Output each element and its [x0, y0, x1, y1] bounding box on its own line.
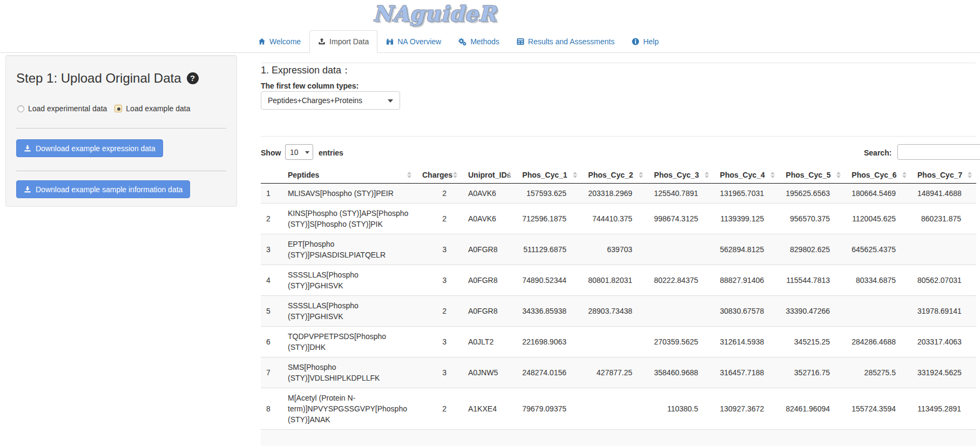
radio-checked-icon[interactable] — [114, 105, 122, 112]
sort-icon[interactable] — [639, 172, 643, 178]
sort-icon[interactable] — [453, 172, 457, 178]
column-types-selected-value: Peptides+Charges+Proteins — [268, 96, 362, 105]
value-cell: 331924.5625 — [911, 357, 976, 388]
value-cell: 110380.5 — [647, 388, 713, 430]
value-cell: 829802.625 — [779, 234, 845, 265]
sort-icon[interactable] — [968, 172, 972, 178]
charges-cell: 2 — [416, 296, 462, 327]
table-row: 5SSSSLLAS[Phospho (STY)]PGHISVK2A0FGR834… — [261, 296, 976, 327]
search-label: Search: — [864, 148, 891, 157]
radio-load-experimental-data[interactable]: Load experimental data — [17, 104, 107, 113]
value-cell: 82461.96094 — [779, 388, 845, 430]
sort-icon[interactable] — [573, 172, 577, 178]
table-row-partial — [261, 430, 976, 446]
peptide-cell: TQDPVPPETPSDS[Phospho (STY)]DHK — [281, 327, 416, 357]
nav-tab-methods[interactable]: Methods — [450, 30, 508, 53]
download-sample-information-button[interactable]: Download example sample information data — [16, 180, 190, 198]
value-cell: 312614.5938 — [713, 327, 779, 357]
value-cell: 131965.7031 — [713, 184, 779, 204]
row-number-cell: 6 — [261, 327, 281, 357]
download-icon — [24, 145, 31, 152]
nav-tab-na-overview[interactable]: NA Overview — [377, 30, 450, 53]
question-circle-icon[interactable] — [187, 72, 199, 84]
sort-icon[interactable] — [507, 172, 511, 178]
column-types-select[interactable]: Peptides+Charges+Proteins — [261, 91, 400, 110]
nav-tab-results-assessments[interactable]: Results and Assessments — [508, 30, 623, 53]
value-cell: 1120045.625 — [845, 204, 911, 234]
column-header-Phos_Cyc_7[interactable]: Phos_Cyc_7 — [911, 167, 976, 184]
uniprot-cell: A0FGR8 — [462, 296, 516, 327]
row-number-cell: 8 — [261, 388, 281, 430]
download-expression-data-button[interactable]: Download example expression data — [16, 139, 163, 157]
column-header-label: Peptides — [288, 171, 319, 179]
nav-tab-import-data[interactable]: Import Data — [309, 30, 377, 53]
entries-per-page-select[interactable]: 10 — [285, 144, 313, 160]
value-cell: 345215.25 — [779, 327, 845, 357]
charges-cell: 2 — [416, 184, 462, 204]
value-cell — [911, 234, 976, 265]
show-entries-label: Show — [261, 148, 281, 157]
value-cell: 352716.75 — [779, 357, 845, 388]
peptide-cell: SMS[Phospho (STY)]VDLSHIPLKDPLLFK — [281, 357, 416, 388]
radio-load-example-data[interactable]: Load example data — [114, 104, 190, 113]
column-header-Phos_Cyc_5[interactable]: Phos_Cyc_5 — [779, 167, 845, 184]
uniprot-cell: A0AVK6 — [462, 204, 516, 234]
entries-selected-value: 10 — [290, 148, 299, 157]
value-cell: 203318.2969 — [582, 184, 647, 204]
sort-icon[interactable] — [836, 172, 841, 178]
sort-icon[interactable] — [771, 172, 775, 178]
value-cell: 285275.5 — [845, 357, 911, 388]
column-header-label: Phos_Cyc_5 — [786, 171, 830, 179]
sort-icon[interactable] — [902, 172, 907, 178]
nav-tab-label: Results and Assessments — [528, 36, 614, 47]
row-number-cell: 1 — [261, 184, 281, 204]
sidebar-panel: Step 1: Upload Original Data Load experi… — [5, 55, 237, 207]
value-cell: 358460.9688 — [647, 357, 713, 388]
nav-tab-help[interactable]: Help — [623, 30, 667, 53]
value-cell — [845, 296, 911, 327]
value-cell: 998674.3125 — [647, 204, 713, 234]
column-header-Uniprot_IDs[interactable]: Uniprot_IDs — [462, 167, 516, 184]
column-header-Charges[interactable]: Charges — [416, 167, 462, 184]
value-cell: 860231.875 — [911, 204, 976, 234]
column-header-Phos_Cyc_3[interactable]: Phos_Cyc_3 — [647, 167, 713, 184]
sort-icon[interactable] — [407, 172, 411, 178]
cogs-icon — [458, 38, 467, 46]
value-cell: 88827.91406 — [713, 265, 779, 296]
value-cell: 562894.8125 — [713, 234, 779, 265]
nav-tab-welcome[interactable]: Welcome — [249, 30, 309, 53]
step1-title: Step 1: Upload Original Data — [16, 71, 199, 86]
search-input[interactable] — [897, 144, 980, 160]
sort-icon[interactable] — [705, 172, 709, 178]
radio-unchecked-icon[interactable] — [17, 105, 24, 112]
column-header-label: Phos_Cyc_1 — [522, 171, 567, 179]
uniprot-cell: A0JNW5 — [462, 357, 516, 388]
value-cell: 33390.47266 — [779, 296, 845, 327]
column-header-Phos_Cyc_4[interactable]: Phos_Cyc_4 — [713, 167, 779, 184]
column-header-Phos_Cyc_6[interactable]: Phos_Cyc_6 — [845, 167, 911, 184]
value-cell: 28903.73438 — [582, 296, 647, 327]
uniprot-cell: A1KXE4 — [462, 388, 516, 430]
data-source-radio-group: Load experimental data Load example data — [17, 104, 190, 113]
table-row: 1MLISAVS[Phospho (STY)]PEIR2A0AVK6157593… — [261, 184, 976, 204]
table-row: 7SMS[Phospho (STY)]VDLSHIPLKDPLLFK3A0JNW… — [261, 357, 976, 388]
value-cell: 248274.0156 — [516, 357, 582, 388]
chevron-down-icon — [305, 151, 309, 154]
value-cell — [582, 388, 647, 430]
column-header-Phos_Cyc_1[interactable]: Phos_Cyc_1 — [516, 167, 582, 184]
radio-label: Load example data — [126, 104, 190, 113]
partial-row-cell — [261, 430, 976, 446]
value-cell: 639703 — [582, 234, 647, 265]
row-number-cell: 2 — [261, 204, 281, 234]
charges-cell: 3 — [416, 357, 462, 388]
value-cell: 270359.5625 — [647, 327, 713, 357]
value-cell: 30830.67578 — [713, 296, 779, 327]
column-types-label: The first few column types: — [261, 82, 359, 90]
value-cell: 157593.625 — [516, 184, 582, 204]
expression-data-title: 1. Expression data： — [261, 64, 351, 77]
peptide-cell: SSSSLLAS[Phospho (STY)]PGHISVK — [281, 265, 416, 296]
column-header-Phos_Cyc_2[interactable]: Phos_Cyc_2 — [582, 167, 647, 184]
column-header-Peptides[interactable]: Peptides — [281, 167, 416, 184]
row-number-cell: 7 — [261, 357, 281, 388]
uniprot-cell: A0AVK6 — [462, 184, 516, 204]
